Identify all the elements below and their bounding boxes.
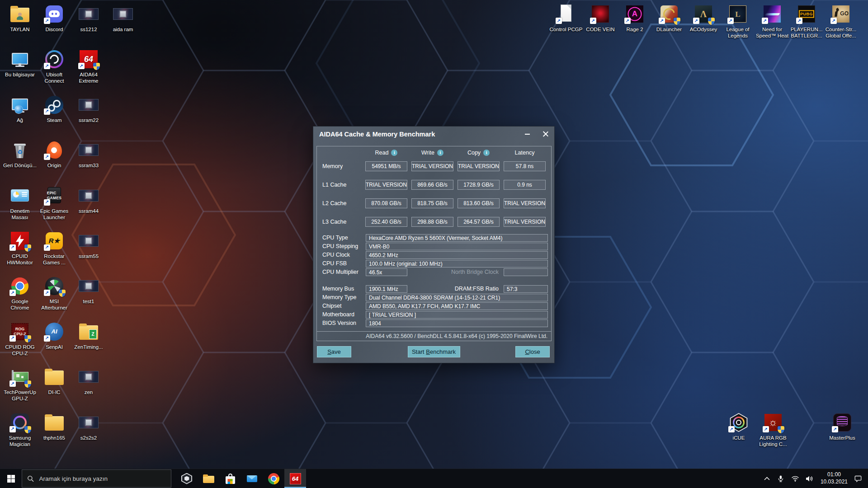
desktop-icon[interactable]: Z ZenTiming...	[71, 321, 106, 366]
tray-wifi-icon[interactable]	[788, 469, 802, 488]
desktop-icon[interactable]: GO Counter-Str... Global Offe...	[824, 4, 858, 39]
desktop-icon[interactable]: Λ ACOdyssey	[686, 4, 721, 33]
desktop-icon[interactable]: A Rage 2	[618, 4, 652, 33]
clock-time: 01:00	[821, 471, 848, 479]
desktop-icon-art	[78, 276, 99, 296]
taskbar-search[interactable]	[22, 469, 171, 488]
desktop-icon-label: Denetim Masası	[3, 208, 37, 221]
desktop-icon[interactable]: DLauncher	[652, 4, 686, 33]
desktop-icon-art	[78, 4, 99, 24]
desktop-icon-label: ssram33	[79, 162, 99, 169]
desktop-icon[interactable]: Ağ	[3, 94, 37, 140]
desktop-icon[interactable]: Samsung Magician	[3, 412, 37, 457]
desktop-icon[interactable]: ssram33	[71, 140, 106, 185]
desktop-icon[interactable]: DI-IC	[37, 366, 71, 412]
taskbar-mail-button[interactable]	[241, 469, 263, 488]
start-button[interactable]	[0, 469, 22, 488]
start-benchmark-button[interactable]: StartBenchmark	[408, 346, 460, 357]
desktop-icon-art	[44, 366, 65, 387]
desktop-icon[interactable]: ssram44	[71, 185, 106, 230]
desktop-icon[interactable]: ☼ AURA RGB Lighting C...	[756, 412, 790, 447]
desktop-icon[interactable]: EPIC GAMES Epic Games Launcher	[37, 185, 71, 230]
shortcut-arrow-icon	[659, 18, 665, 24]
tray-microphone-icon[interactable]	[774, 469, 788, 488]
desktop-icon[interactable]: Bu bilgisayar	[3, 49, 37, 94]
tray-chevron-up-icon[interactable]	[760, 469, 774, 488]
taskbar: 64	[0, 469, 868, 488]
desktop-icon[interactable]: ♻ Geri Dönüşü...	[3, 140, 37, 185]
minimize-button[interactable]	[518, 127, 536, 141]
desktop-icon[interactable]: R★ Rockstar Games ...	[37, 230, 71, 276]
info-icon[interactable]: i	[391, 150, 397, 156]
desktop-icon[interactable]: Origin	[37, 140, 71, 185]
shortcut-arrow-icon	[44, 244, 50, 251]
desktop-icon[interactable]: 64 AIDA64 Extreme	[71, 49, 106, 94]
desktop-icon-art: EPIC GAMES	[44, 185, 65, 206]
desktop-icon[interactable]: Discord	[37, 4, 71, 49]
desktop-icon[interactable]: Google Chrome	[3, 276, 37, 321]
column-header-latency: Latency	[504, 149, 546, 156]
desktop-icon-label: Bu bilgisayar	[5, 71, 35, 78]
desktop-icon[interactable]: Need for Speed™ Heat	[755, 4, 789, 39]
info-icon[interactable]: i	[483, 150, 490, 156]
desktop-icon[interactable]: AI SenpAI	[37, 321, 71, 366]
action-center-icon[interactable]	[851, 469, 865, 488]
info-icon[interactable]: i	[437, 150, 443, 156]
desktop-icon[interactable]: iCUE	[722, 412, 756, 441]
cpu-multiplier-value: 46.5x	[369, 269, 382, 276]
taskbar-clock[interactable]: 01:00 10.03.2021	[817, 471, 851, 486]
desktop-icon[interactable]: zen	[71, 366, 106, 412]
desktop-icon[interactable]: TAYLAN	[3, 4, 37, 49]
benchmark-row-label: L2 Cache	[322, 198, 347, 208]
desktop-icon-label: SenpAI	[46, 344, 63, 350]
desktop-icon[interactable]: ss1212	[71, 4, 106, 49]
taskbar-aida64-button[interactable]: 64	[284, 469, 306, 488]
desktop-icon-art	[44, 94, 65, 115]
desktop-icon[interactable]: Ubisoft Connect	[37, 49, 71, 94]
windows-logo-icon	[7, 475, 15, 483]
desktop-icon[interactable]: MSI Afterburner	[37, 276, 71, 321]
benchmark-value-latency: 57.8 ns	[504, 161, 546, 171]
desktop-icon-label: League of Legends	[721, 26, 755, 39]
benchmark-value-write: 818.75 GB/s	[411, 198, 453, 208]
taskbar-chrome-button[interactable]	[263, 469, 284, 488]
tray-volume-icon[interactable]	[802, 469, 817, 488]
benchmark-value-write: 298.88 GB/s	[411, 217, 453, 227]
desktop-icon-label: Counter-Str... Global Offe...	[824, 26, 858, 39]
save-button[interactable]: Save	[317, 346, 351, 357]
desktop-icon[interactable]: thphn165	[37, 412, 71, 457]
benchmark-value-copy: 264.57 GB/s	[458, 217, 500, 227]
uac-shield-icon	[24, 426, 31, 433]
taskbar-file-explorer-button[interactable]	[198, 469, 219, 488]
window-title-bar[interactable]: AIDA64 Cache & Memory Benchmark	[313, 127, 554, 141]
desktop-icon[interactable]: test1	[71, 276, 106, 321]
desktop-icon[interactable]: Steam	[37, 94, 71, 140]
desktop-icon-art: 64	[78, 49, 99, 70]
taskbar-nzxt-cam-button[interactable]	[176, 469, 198, 488]
desktop-icon-art: R★	[44, 230, 65, 251]
desktop-icon[interactable]: TechPowerUp GPU-Z	[3, 366, 37, 412]
benchmark-value-write: TRIAL VERSION	[411, 161, 453, 171]
search-input[interactable]	[38, 475, 166, 483]
desktop-icon[interactable]: ssram55	[71, 230, 106, 276]
taskbar-app-icon	[203, 473, 215, 485]
desktop-icon[interactable]: CODE VEIN	[583, 4, 618, 33]
desktop-icon-label: thphn165	[43, 435, 65, 441]
desktop-icon[interactable]: CPUID HWMonitor	[3, 230, 37, 276]
desktop-icon-label: AIDA64 Extreme	[71, 71, 106, 84]
desktop-icon[interactable]: Control PCGP	[549, 4, 583, 33]
desktop-icon[interactable]: L League of Legends	[721, 4, 755, 39]
desktop-icon-art	[9, 49, 30, 70]
desktop-icon[interactable]: ssram22	[71, 94, 106, 140]
close-dialog-button[interactable]: Close	[515, 346, 550, 357]
desktop-icon[interactable]: s2s2s2	[71, 412, 106, 457]
desktop-icon[interactable]: Denetim Masası	[3, 185, 37, 230]
desktop-icon[interactable]: PUBG PLAYERUN... BATTLEGR...	[789, 4, 824, 39]
desktop-icon[interactable]: aida ram	[106, 4, 140, 49]
close-button[interactable]	[536, 127, 554, 141]
desktop-icon[interactable]: MasterPlus	[825, 412, 859, 441]
cpu-multiplier-row: CPU Multiplier 46.5x North Bridge Clock	[317, 268, 551, 276]
shortcut-arrow-icon	[44, 108, 50, 115]
taskbar-microsoft-store-button[interactable]	[219, 469, 241, 488]
desktop-icon[interactable]: ROG CPU-Z CPUID ROG CPU-Z	[3, 321, 37, 366]
